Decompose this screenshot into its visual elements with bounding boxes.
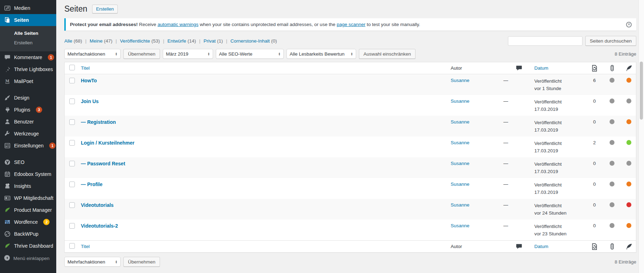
internal-links-count: 0	[593, 182, 596, 187]
filter-button[interactable]: Auswahl einschränken	[359, 49, 416, 59]
search-input[interactable]	[508, 36, 582, 46]
page-title-link[interactable]: — Password Reset	[81, 161, 125, 166]
readability-filter-select[interactable]: Alle Lesbarkeits Bewertun▲▼	[286, 49, 356, 59]
view-link-alle[interactable]: Alle	[64, 38, 72, 44]
sidebar-item-werkzeuge[interactable]: Werkzeuge	[0, 128, 56, 140]
date-text: vor 1 Stunde	[534, 85, 587, 93]
table-row: Videotutorials Susanne — Veröffentlichtv…	[65, 199, 636, 220]
view-link-privat[interactable]: Privat	[204, 38, 216, 44]
row-checkbox[interactable]	[69, 78, 75, 83]
comments-value: —	[503, 99, 508, 104]
author-link[interactable]: Susanne	[451, 161, 469, 166]
bulk-actions-select[interactable]: Mehrfachaktionen▲▼	[64, 49, 121, 59]
author-link[interactable]: Susanne	[451, 202, 469, 208]
author-link[interactable]: Susanne	[451, 78, 469, 83]
date-filter-select[interactable]: März 2019▲▼	[163, 49, 213, 59]
select-all-checkbox[interactable]	[69, 65, 75, 70]
row-checkbox[interactable]	[69, 161, 75, 166]
sidebar-item-backwpup[interactable]: BackWPup	[0, 228, 56, 240]
page-title-link[interactable]: Videotutorials-2	[81, 223, 118, 229]
page-title-link[interactable]: — Profile	[81, 182, 102, 187]
sidebar-item-edoobox[interactable]: Edoobox System	[0, 168, 56, 180]
sidebar-item-insights[interactable]: Insights	[0, 180, 56, 192]
status-text: Veröffentlicht	[534, 161, 587, 168]
date-text: vor 24 Stunden	[534, 210, 587, 217]
row-checkbox[interactable]	[69, 182, 75, 187]
automatic-warnings-link[interactable]: automatic warnings	[157, 22, 198, 27]
sidebar-item-design[interactable]: Design	[0, 92, 56, 104]
page-title-link[interactable]: Videotutorials	[81, 202, 114, 208]
readability-score-dot	[626, 78, 631, 83]
sidebar-item-wordfence[interactable]: Wordfence 2	[0, 216, 56, 228]
submenu-item-alle-seiten[interactable]: Alle Seiten	[0, 28, 56, 38]
dismiss-notice-icon[interactable]: ✕	[626, 22, 632, 27]
sidebar-item-einstellungen[interactable]: Einstellungen 1	[0, 140, 56, 152]
sidebar-item-label: Benutzer	[14, 119, 34, 125]
apply-button[interactable]: Übernehmen	[123, 257, 160, 267]
sidebar-item-seo[interactable]: SEO	[0, 156, 56, 168]
scrollbar-thumb[interactable]	[640, 62, 643, 120]
row-checkbox[interactable]	[69, 119, 75, 125]
table-row: Videotutorials-2 Susanne — Veröffentlich…	[65, 220, 636, 240]
sort-date-header[interactable]: Datum	[534, 244, 548, 249]
author-link[interactable]: Susanne	[451, 182, 469, 187]
row-checkbox[interactable]	[69, 202, 75, 208]
seo-score-column-icon	[609, 65, 616, 71]
bulk-actions-select[interactable]: Mehrfachaktionen▲▼	[64, 257, 121, 267]
author-link[interactable]: Susanne	[451, 119, 469, 125]
status-text: Veröffentlicht	[534, 182, 587, 189]
pages-icon	[4, 17, 11, 24]
sort-title-header[interactable]: Titel	[81, 65, 90, 71]
sidebar-item-wp-mitgliedschaft[interactable]: WP Mitgliedschaft	[0, 192, 56, 204]
readability-column-icon	[625, 65, 632, 72]
comments-value: —	[503, 161, 508, 166]
vertical-scrollbar[interactable]	[638, 0, 644, 273]
sidebar-item-medien[interactable]: Medien	[0, 2, 56, 14]
page-title-link[interactable]: — Registration	[81, 119, 116, 125]
sort-date-header[interactable]: Datum	[534, 65, 548, 71]
collapse-menu-button[interactable]: Menü einklappen	[0, 252, 56, 264]
submenu-item-erstellen[interactable]: Erstellen	[0, 38, 56, 47]
row-checkbox[interactable]	[69, 140, 75, 146]
row-checkbox[interactable]	[69, 223, 75, 229]
monsterinsights-icon	[4, 183, 11, 190]
sidebar-item-plugins[interactable]: Plugins 3	[0, 104, 56, 116]
row-checkbox[interactable]	[69, 99, 75, 104]
sidebar-item-label: Seiten	[14, 17, 29, 23]
view-link-veroeffentlichte[interactable]: Veröffentlichte	[120, 38, 150, 44]
sidebar-item-mailpoet[interactable]: M MailPoet	[0, 75, 56, 87]
author-link[interactable]: Susanne	[451, 140, 469, 145]
sidebar-item-kommentare[interactable]: Kommentare 1	[0, 51, 56, 63]
seo-score-dot	[610, 161, 614, 166]
search-pages-button[interactable]: Seiten durchsuchen	[585, 36, 636, 46]
author-link[interactable]: Susanne	[451, 223, 469, 228]
sidebar-item-benutzer[interactable]: Benutzer	[0, 116, 56, 128]
comments-value: —	[503, 140, 508, 145]
comments-value: —	[503, 202, 508, 208]
page-title-link[interactable]: HowTo	[81, 78, 97, 83]
sidebar-item-thrive-dashboard[interactable]: Thrive Dashboard	[0, 240, 56, 252]
sidebar-item-product-manager[interactable]: Product Manager	[0, 204, 56, 216]
id-card-icon	[4, 195, 11, 202]
page-title-link[interactable]: Login / Kursteilnehmer	[81, 140, 134, 146]
comments-value: —	[503, 223, 508, 228]
apply-button[interactable]: Übernehmen	[123, 49, 160, 59]
sort-title-header[interactable]: Titel	[81, 244, 90, 249]
add-new-page-button[interactable]: Erstellen	[92, 5, 118, 13]
page-title-link[interactable]: Join Us	[81, 99, 99, 104]
status-text: Veröffentlicht	[534, 119, 587, 127]
media-icon	[4, 5, 11, 12]
sidebar-item-seiten[interactable]: Seiten	[0, 14, 56, 26]
view-link-meine[interactable]: Meine	[90, 38, 103, 44]
select-all-checkbox[interactable]	[69, 243, 75, 249]
table-footer-row: Titel Autor Datum	[65, 240, 636, 252]
page-scanner-link[interactable]: page scanner	[337, 22, 366, 27]
seo-filter-select[interactable]: Alle SEO-Werte▲▼	[216, 49, 284, 59]
sidebar-item-thrive-lightboxes[interactable]: Thrive Lightboxes	[0, 63, 56, 75]
user-icon	[4, 118, 11, 125]
readability-column-icon	[625, 243, 632, 250]
count-badge: 3	[36, 107, 42, 113]
author-link[interactable]: Susanne	[451, 99, 469, 104]
view-link-entwuerfe[interactable]: Entwürfe	[167, 38, 186, 44]
view-link-cornerstone[interactable]: Cornerstone-Inhalt	[231, 38, 270, 44]
